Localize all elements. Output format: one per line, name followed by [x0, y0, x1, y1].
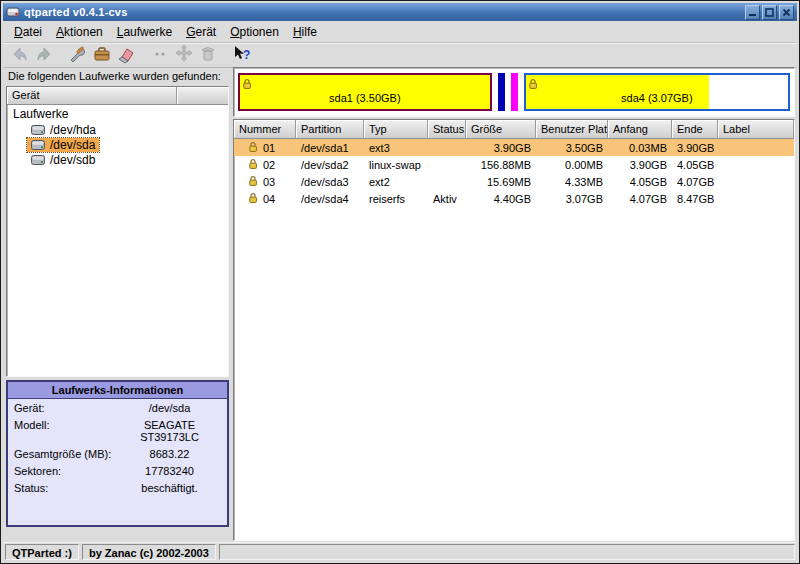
cell-status: Aktiv — [428, 193, 466, 205]
cell-text: 8.47GB — [677, 193, 714, 205]
info-row-status: Status:beschäftigt. — [8, 479, 227, 496]
cell-text: 3.90GB — [677, 142, 714, 154]
redo-button[interactable] — [32, 44, 56, 66]
cell-partition: /dev/sda4 — [296, 193, 364, 205]
info-label: Gerät: — [8, 402, 112, 414]
cell-ende: 4.05GB — [672, 159, 718, 171]
menubar: DateiAktionenLaufwerkeGerätOptionenHilfe — [3, 21, 797, 43]
tree-root-laufwerke[interactable]: Laufwerke — [7, 106, 228, 122]
device-list-header: Gerät — [7, 87, 228, 105]
table-row[interactable]: 04/dev/sda4reiserfsAktiv4.40GB3.07GB4.07… — [234, 190, 794, 207]
cell-nummer: 02 — [234, 158, 296, 172]
tree-item-dev-hda[interactable]: /dev/hda — [27, 123, 100, 137]
titlebar[interactable]: qtparted v0.4.1-cvs — [3, 3, 797, 21]
window-controls — [745, 5, 794, 20]
cell-text: Aktiv — [433, 193, 457, 205]
whats-this-icon: ? — [232, 44, 252, 67]
column-header-anfang[interactable]: Anfang — [608, 120, 672, 138]
briefcase-button[interactable] — [90, 44, 114, 66]
cell-nummer: 04 — [234, 192, 296, 206]
cell-text: linux-swap — [369, 159, 421, 171]
redo-icon — [34, 44, 54, 67]
move-button[interactable] — [172, 44, 196, 66]
cell-text: 156.88MB — [481, 159, 531, 171]
cell-nummer: 03 — [234, 175, 296, 189]
device-column-header[interactable]: Gerät — [7, 87, 177, 104]
column-header-status[interactable]: Status — [428, 120, 466, 138]
info-value: 17783240 — [112, 465, 227, 477]
menu-item-ger-t[interactable]: Gerät — [179, 23, 223, 41]
column-header-gr-e[interactable]: Größe — [466, 120, 536, 138]
delete-icon — [198, 44, 218, 67]
partition-table-body: 01/dev/sda1ext33.90GB3.50GB0.03MB3.90GB0… — [234, 139, 794, 207]
cell-benutzer-platz: 0.00MB — [536, 159, 608, 171]
cell-text: 4.07GB — [677, 176, 714, 188]
cell-text: 03 — [263, 176, 275, 188]
table-row[interactable]: 01/dev/sda1ext33.90GB3.50GB0.03MB3.90GB — [234, 139, 794, 156]
statusbar-app: QTParted :) — [5, 544, 79, 560]
device-tree: Laufwerke /dev/hda/dev/sda/dev/sdb — [7, 105, 228, 167]
column-header-partition[interactable]: Partition — [296, 120, 364, 138]
partition-segment-sda1[interactable]: sda1 (3.50GB) — [238, 73, 492, 111]
disk-icon — [31, 124, 46, 136]
column-header-ende[interactable]: Ende — [672, 120, 718, 138]
close-button[interactable] — [779, 5, 794, 20]
cell-anfang: 3.90GB — [608, 159, 672, 171]
tools-button[interactable] — [66, 44, 90, 66]
partition-segment-sda4[interactable]: sda4 (3.07GB) — [524, 73, 790, 111]
erase-button[interactable] — [114, 44, 138, 66]
briefcase-icon — [92, 44, 112, 67]
info-value: 8683.22 — [112, 448, 227, 460]
cell-anfang: 4.05GB — [608, 176, 672, 188]
info-label: Modell: — [8, 419, 112, 443]
svg-text:?: ? — [243, 48, 250, 62]
menu-item-datei[interactable]: Datei — [7, 23, 49, 41]
minimize-button[interactable] — [745, 5, 760, 20]
cell-benutzer-platz: 4.33MB — [536, 176, 608, 188]
cell-text: 3.90GB — [630, 159, 667, 171]
tree-item-dev-sda[interactable]: /dev/sda — [27, 138, 99, 152]
column-header-benutzer-platz[interactable]: Benutzer Platz — [536, 120, 608, 138]
partition-segment-sda2[interactable] — [498, 73, 505, 111]
column-header-nummer[interactable]: Nummer — [234, 120, 296, 138]
table-row[interactable]: 02/dev/sda2linux-swap156.88MB0.00MB3.90G… — [234, 156, 794, 173]
column-header-label[interactable]: Label — [718, 120, 794, 138]
menu-item-aktionen[interactable]: Aktionen — [49, 23, 110, 41]
cell-text: /dev/sda2 — [301, 159, 349, 171]
cell-gr-e: 4.40GB — [466, 193, 536, 205]
cell-ende: 8.47GB — [672, 193, 718, 205]
cell-text: 15.69MB — [487, 176, 531, 188]
cell-benutzer-platz: 3.50GB — [536, 142, 608, 154]
cell-text: 4.07GB — [630, 193, 667, 205]
device-list: Gerät Laufwerke /dev/hda/dev/sda/dev/sdb — [6, 86, 229, 377]
partition-segment-sda3[interactable] — [511, 73, 518, 111]
whats-this-button[interactable]: ? — [230, 44, 254, 66]
maximize-button[interactable] — [762, 5, 777, 20]
drive-info-title: Laufwerks-Informationen — [8, 382, 227, 399]
info-value: /dev/sda — [112, 402, 227, 414]
partition-table-header: NummerPartitionTypStatusGrößeBenutzer Pl… — [234, 120, 794, 139]
dots-button[interactable] — [148, 44, 172, 66]
cell-text: 02 — [263, 159, 275, 171]
drive-info-rows: Gerät:/dev/sdaModell:SEAGATE ST39173LCGe… — [8, 399, 227, 496]
cell-gr-e: 3.90GB — [466, 142, 536, 154]
toolbar: ? — [3, 43, 797, 68]
partition-table: NummerPartitionTypStatusGrößeBenutzer Pl… — [233, 119, 795, 541]
menu-item-laufwerke[interactable]: Laufwerke — [110, 23, 179, 41]
undo-button[interactable] — [8, 44, 32, 66]
menu-item-optionen[interactable]: Optionen — [223, 23, 286, 41]
cell-text: /dev/sda1 — [301, 142, 349, 154]
table-row[interactable]: 03/dev/sda3ext215.69MB4.33MB4.05GB4.07GB — [234, 173, 794, 190]
cell-text: 0.03MB — [629, 142, 667, 154]
menu-item-hilfe[interactable]: Hilfe — [286, 23, 324, 41]
column-header-typ[interactable]: Typ — [364, 120, 428, 138]
cell-typ: ext3 — [364, 142, 428, 154]
delete-button[interactable] — [196, 44, 220, 66]
statusbar-empty — [219, 544, 795, 560]
cell-text: reiserfs — [369, 193, 405, 205]
statusbar-credit: by Zanac (c) 2002-2003 — [82, 544, 216, 560]
info-label: Sektoren: — [8, 465, 112, 477]
tree-item-dev-sdb[interactable]: /dev/sdb — [27, 153, 99, 167]
move-icon — [174, 44, 194, 67]
cell-typ: reiserfs — [364, 193, 428, 205]
